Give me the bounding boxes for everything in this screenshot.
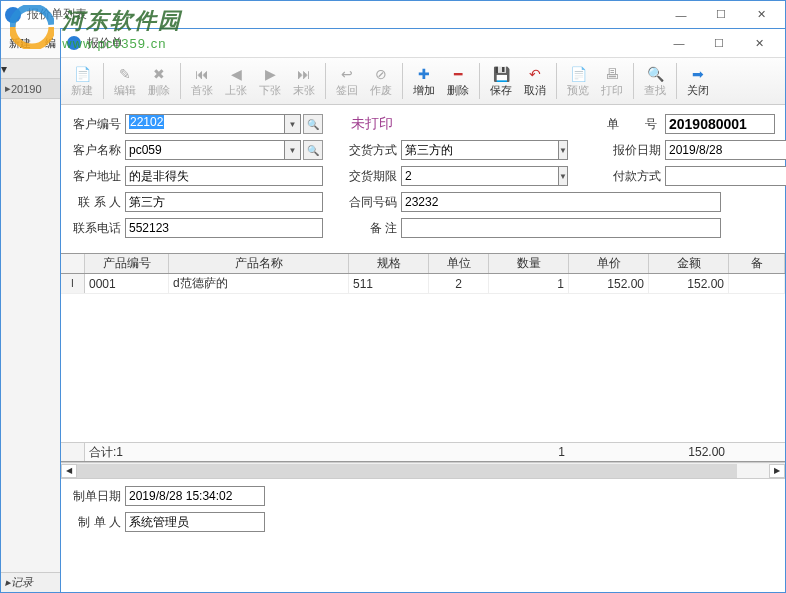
form-area: 客户编号 22102 ▼ 🔍 未打印 单 号 客户名称 ▼ 🔍 交货方式 ▼ — [61, 105, 785, 249]
lbl-delivery-time: 交货期限 — [347, 168, 401, 185]
hdr-amount[interactable]: 金额 — [649, 254, 729, 273]
lbl-pay-method: 付款方式 — [611, 168, 665, 185]
tb-cancel[interactable]: ↶取消 — [518, 63, 552, 100]
hdr-unit[interactable]: 单位 — [429, 254, 489, 273]
chevron-down-icon[interactable]: ▼ — [559, 166, 568, 186]
horizontal-scrollbar[interactable]: ◀ ▶ — [61, 462, 785, 478]
maker-input[interactable] — [125, 512, 265, 532]
phone-input[interactable] — [125, 218, 323, 238]
left-list-header[interactable]: ▾ — [1, 59, 60, 79]
contact-input[interactable] — [125, 192, 323, 212]
tb-del[interactable]: ━删除 — [441, 63, 475, 100]
lookup-cust-icon[interactable]: 🔍 — [303, 114, 323, 134]
chevron-down-icon[interactable]: ▼ — [285, 114, 301, 134]
inner-max-button[interactable]: ☐ — [699, 32, 739, 54]
outer-min-button[interactable]: — — [661, 4, 701, 26]
tb-void[interactable]: ⊘作废 — [364, 63, 398, 100]
tb-print[interactable]: 🖶打印 — [595, 63, 629, 100]
delivery-time-combo[interactable]: ▼ — [401, 166, 535, 186]
lbl-order-a: 单 — [607, 116, 623, 133]
lbl-quote-date: 报价日期 — [611, 142, 665, 159]
lbl-cust-addr: 客户地址 — [71, 168, 125, 185]
tb-find[interactable]: 🔍查找 — [638, 63, 672, 100]
pay-method-combo[interactable]: ▼ — [665, 166, 775, 186]
delivery-method-combo[interactable]: ▼ — [401, 140, 535, 160]
toolbar: 📄新建 ✎编辑 ✖删除 ⏮首张 ◀上张 ▶下张 ⏭末张 ↩签回 ⊘作废 ✚增加 … — [61, 57, 785, 105]
outer-new-button[interactable]: 新建 — [5, 35, 35, 52]
order-no-input[interactable] — [665, 114, 775, 134]
remark-input[interactable] — [401, 218, 721, 238]
outer-max-button[interactable]: ☐ — [701, 4, 741, 26]
lbl-delivery-method: 交货方式 — [347, 142, 401, 159]
grid-footer: 合计:1 1 152.00 — [61, 442, 785, 462]
row-edit-icon[interactable]: I — [61, 274, 85, 293]
grid-header: 产品编号 产品名称 规格 单位 数量 单价 金额 备 — [61, 254, 785, 274]
items-grid: 产品编号 产品名称 规格 单位 数量 单价 金额 备 I 0001 d范德萨的 … — [61, 253, 785, 478]
bottom-info: 制单日期 制 单 人 — [61, 478, 785, 543]
hdr-spec[interactable]: 规格 — [349, 254, 429, 273]
lookup-name-icon[interactable]: 🔍 — [303, 140, 323, 160]
tb-delete[interactable]: ✖删除 — [142, 63, 176, 100]
inner-min-button[interactable]: — — [659, 32, 699, 54]
quote-date-input[interactable]: ▼ — [665, 140, 775, 160]
lbl-order-b: 号 — [645, 116, 661, 133]
inner-title-text: 报价单 — [87, 35, 659, 52]
inner-app-icon — [67, 36, 81, 50]
tb-last[interactable]: ⏭末张 — [287, 63, 321, 100]
contract-no-input[interactable] — [401, 192, 721, 212]
lbl-cust-no: 客户编号 — [71, 116, 125, 133]
lbl-remark: 备 注 — [347, 220, 401, 237]
tb-edit[interactable]: ✎编辑 — [108, 63, 142, 100]
lbl-contract-no: 合同号码 — [347, 194, 401, 211]
grid-body[interactable]: I 0001 d范德萨的 511 2 1 152.00 152.00 — [61, 274, 785, 442]
tb-preview[interactable]: 📄预览 — [561, 63, 595, 100]
app-icon — [5, 7, 21, 23]
tb-new[interactable]: 📄新建 — [65, 63, 99, 100]
tb-close[interactable]: ➡关闭 — [681, 63, 715, 100]
cust-addr-input[interactable] — [125, 166, 323, 186]
tb-first[interactable]: ⏮首张 — [185, 63, 219, 100]
outer-title-text: 报价单列表 — [27, 6, 661, 23]
inner-titlebar: 报价单 — ☐ ✕ — [61, 29, 785, 57]
lbl-phone: 联系电话 — [71, 220, 125, 237]
scroll-left-icon[interactable]: ◀ — [61, 464, 77, 478]
hdr-name[interactable]: 产品名称 — [169, 254, 349, 273]
lbl-maker: 制 单 人 — [71, 514, 125, 531]
scroll-thumb[interactable] — [77, 464, 737, 478]
print-status: 未打印 — [351, 115, 393, 133]
make-date-input[interactable] — [125, 486, 265, 506]
lbl-make-date: 制单日期 — [71, 488, 125, 505]
scroll-right-icon[interactable]: ▶ — [769, 464, 785, 478]
outer-titlebar: 报价单列表 — ☐ ✕ — [1, 1, 785, 29]
tb-signin[interactable]: ↩签回 — [330, 63, 364, 100]
cust-no-combo[interactable]: 22102 ▼ — [125, 114, 301, 134]
tb-next[interactable]: ▶下张 — [253, 63, 287, 100]
tb-prev[interactable]: ◀上张 — [219, 63, 253, 100]
chevron-down-icon[interactable]: ▼ — [559, 140, 568, 160]
tb-save[interactable]: 💾保存 — [484, 63, 518, 100]
row-selector-header — [61, 254, 85, 273]
outer-close-button[interactable]: ✕ — [741, 4, 781, 26]
cust-name-combo[interactable]: ▼ — [125, 140, 301, 160]
hdr-price[interactable]: 单价 — [569, 254, 649, 273]
outer-edit-button[interactable]: 编 — [41, 35, 60, 52]
left-list-row[interactable]: ▸20190 — [1, 79, 60, 99]
hdr-qty[interactable]: 数量 — [489, 254, 569, 273]
chevron-down-icon[interactable]: ▼ — [285, 140, 301, 160]
tb-add[interactable]: ✚增加 — [407, 63, 441, 100]
lbl-contact: 联 系 人 — [71, 194, 125, 211]
lbl-cust-name: 客户名称 — [71, 142, 125, 159]
hdr-code[interactable]: 产品编号 — [85, 254, 169, 273]
left-list: ▾ ▸20190 — [1, 59, 61, 592]
hdr-note[interactable]: 备 — [729, 254, 785, 273]
table-row[interactable]: I 0001 d范德萨的 511 2 1 152.00 152.00 — [61, 274, 785, 294]
inner-close-button[interactable]: ✕ — [739, 32, 779, 54]
quote-window: 报价单 — ☐ ✕ 📄新建 ✎编辑 ✖删除 ⏮首张 ◀上张 ▶下张 ⏭末张 ↩签… — [60, 28, 786, 593]
